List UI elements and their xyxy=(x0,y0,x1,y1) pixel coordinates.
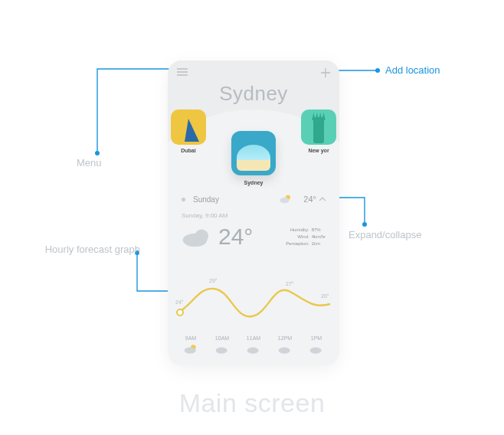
annotation-expand: Expand/collapse xyxy=(349,229,421,240)
hamburger-icon xyxy=(177,68,188,76)
chart-point-label: 26° xyxy=(321,293,329,299)
city-card-dubai[interactable]: Dubai xyxy=(169,110,208,153)
cloud-icon xyxy=(246,344,261,355)
cloud-icon xyxy=(277,344,293,355)
hour-slot[interactable]: 11AM xyxy=(241,335,266,358)
svg-point-15 xyxy=(247,348,259,354)
hourly-strip: 9AM10AM11AM12PM1PM xyxy=(178,335,329,358)
current-detail: Sunday, 9:00 AM 24° Humidity:87% Wind:4k… xyxy=(182,212,326,250)
cloud-icon xyxy=(309,344,324,355)
city-label: Sydney xyxy=(228,180,279,185)
chart-point-label: 29° xyxy=(209,278,218,283)
weather-stats: Humidity:87% Wind:4km/hr Perception:2cm xyxy=(280,227,326,247)
hour-label: 9AM xyxy=(178,335,203,341)
svg-point-14 xyxy=(216,348,227,354)
svg-point-9 xyxy=(280,198,290,204)
cloud-icon xyxy=(214,344,230,355)
sydney-icon xyxy=(231,131,276,175)
svg-point-13 xyxy=(185,348,196,354)
plus-icon xyxy=(321,68,330,77)
day-temp: 24° xyxy=(303,195,316,204)
bullet-icon xyxy=(182,198,185,201)
chart-point-label: 27° xyxy=(286,281,294,286)
dubai-icon xyxy=(171,110,206,145)
cloud-icon xyxy=(182,227,214,247)
chevron-up-icon xyxy=(319,197,326,201)
hour-slot[interactable]: 9AM xyxy=(178,335,203,358)
city-card-sydney[interactable]: Sydney xyxy=(228,131,279,185)
svg-point-16 xyxy=(279,348,290,354)
svg-point-11 xyxy=(195,229,209,243)
hourly-forecast-graph[interactable]: 24° 29° 27° 26° xyxy=(175,272,332,332)
annotation-menu: Menu xyxy=(77,157,102,168)
city-label: Dubai xyxy=(169,148,208,153)
page-title: Main screen xyxy=(0,388,504,418)
day-summary-row: Sunday 24° xyxy=(182,194,326,204)
chart-point-label: 24° xyxy=(175,299,184,305)
menu-button[interactable] xyxy=(177,68,188,77)
add-location-button[interactable] xyxy=(321,68,330,79)
svg-point-17 xyxy=(310,348,322,354)
hour-slot[interactable]: 1PM xyxy=(304,335,329,358)
city-title: Sydney xyxy=(168,61,339,106)
svg-point-1 xyxy=(375,68,380,73)
day-name: Sunday xyxy=(193,195,279,204)
chart-line xyxy=(177,289,330,316)
annotation-add-location: Add location xyxy=(385,64,440,76)
cloud-sun-icon xyxy=(183,344,198,355)
current-temp: 24° xyxy=(218,224,253,250)
phone-frame: Sydney Dubai New yor Sydney Sunday 24° S… xyxy=(168,61,339,365)
hour-label: 11AM xyxy=(241,335,266,341)
timestamp: Sunday, 9:00 AM xyxy=(182,212,326,219)
hour-label: 1PM xyxy=(304,335,329,341)
hour-label: 12PM xyxy=(273,335,297,341)
svg-point-3 xyxy=(95,151,100,155)
svg-point-5 xyxy=(362,222,367,227)
city-label: New yor xyxy=(299,148,338,153)
city-card-newyork[interactable]: New yor xyxy=(299,110,338,153)
sun-cloud-icon xyxy=(279,194,293,204)
chart-knob[interactable] xyxy=(177,309,183,316)
hour-slot[interactable]: 12PM xyxy=(273,335,297,358)
annotation-graph: Hourly forecast graph xyxy=(41,244,140,255)
hour-slot[interactable]: 10AM xyxy=(210,335,234,358)
city-cards: Dubai New yor Sydney xyxy=(168,110,339,153)
expand-collapse-button[interactable] xyxy=(319,196,326,203)
hour-label: 10AM xyxy=(210,335,234,341)
liberty-icon xyxy=(301,110,336,145)
